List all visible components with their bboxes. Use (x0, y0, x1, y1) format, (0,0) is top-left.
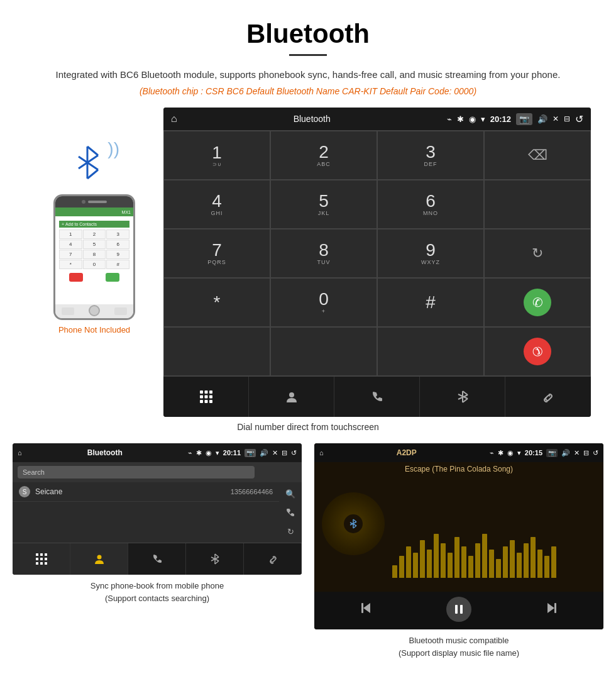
pb-screen-title: Bluetooth (26, 448, 184, 457)
pb-split-icon[interactable]: ⊟ (282, 449, 287, 457)
prev-track-button[interactable] (358, 600, 373, 619)
phonebook-panel: ⌂ Bluetooth ⌁ ✱ ◉ ▾ 20:11 📷 🔊 ✕ ⊟ ↺ Sear… (13, 443, 302, 659)
pb-nav-link[interactable] (244, 543, 302, 575)
call-button-green[interactable]: ✆ (524, 289, 551, 316)
camera-icon[interactable]: 📷 (516, 113, 532, 125)
viz-bar (454, 537, 459, 578)
dial-call-green-cell[interactable]: ✆ (484, 278, 591, 327)
pb-contact-row[interactable]: S Seicane 13566664466 (13, 482, 279, 502)
phonebook-caption-text: Sync phone-book from mobile phone(Suppor… (91, 581, 224, 603)
music-split-icon[interactable]: ⊟ (583, 449, 589, 457)
phone-status-text: MX1 (122, 210, 131, 214)
split-icon[interactable]: ⊟ (564, 114, 570, 123)
dial-backspace-cell[interactable]: ⌫ (484, 131, 591, 180)
phone-key-8[interactable]: 8 (83, 250, 106, 259)
dial-key-hash[interactable]: # (377, 278, 484, 327)
dial-call-red-cell[interactable]: ✆ (484, 327, 591, 376)
nav-phone-button[interactable] (334, 377, 420, 417)
title-underline (289, 54, 327, 56)
location-status-icon: ◉ (469, 114, 476, 124)
svg-point-29 (97, 555, 101, 560)
pb-home-icon[interactable]: ⌂ (18, 449, 22, 456)
phone-screen: +Add to Contacts 1 2 3 4 5 6 7 8 9 * 0 # (55, 216, 133, 304)
phone-add-contact: +Add to Contacts (59, 221, 129, 228)
dial-num-1: 1 (212, 144, 222, 162)
usb-icon: ⌁ (447, 114, 452, 124)
phone-key-hash[interactable]: # (106, 260, 129, 269)
pb-vol-icon[interactable]: 🔊 (260, 449, 268, 457)
back-icon[interactable]: ↺ (575, 113, 583, 125)
dial-key-8[interactable]: 8 TUV (270, 229, 377, 278)
phone-key-5[interactable]: 5 (83, 240, 106, 249)
pb-nav-keypad[interactable] (13, 543, 70, 575)
nav-contacts-button[interactable] (249, 377, 334, 417)
play-pause-button[interactable] (446, 597, 471, 622)
dial-key-4[interactable]: 4 GHI (163, 180, 270, 229)
svg-rect-9 (204, 396, 207, 399)
dial-key-3[interactable]: 3 DEF (377, 131, 484, 180)
svg-rect-28 (45, 562, 47, 565)
phone-key-7[interactable]: 7 (59, 250, 82, 259)
pb-nav-bluetooth[interactable] (186, 543, 244, 575)
phone-key-4[interactable]: 4 (59, 240, 82, 249)
svg-rect-27 (40, 562, 43, 565)
pb-camera-icon[interactable]: 📷 (245, 449, 256, 457)
dial-key-6[interactable]: 6 MNO (377, 180, 484, 229)
viz-bar (496, 559, 501, 578)
home-icon[interactable]: ⌂ (171, 113, 177, 124)
pb-phone-side-icon[interactable] (282, 504, 299, 521)
phone-back-button[interactable] (62, 307, 74, 315)
pb-time: 20:11 (223, 449, 241, 456)
dial-key-star[interactable]: * (163, 278, 270, 327)
close-icon[interactable]: ✕ (553, 114, 559, 123)
phone-end-call-button[interactable] (69, 273, 83, 282)
phone-top-bar (55, 196, 133, 207)
nav-link-button[interactable] (505, 377, 591, 417)
pb-refresh-icon[interactable]: ↻ (282, 523, 299, 540)
dial-num-4: 4 (212, 192, 222, 210)
phone-key-9[interactable]: 9 (106, 250, 129, 259)
dial-key-0[interactable]: 0 + (270, 278, 377, 327)
phone-key-3[interactable]: 3 (106, 230, 129, 239)
dial-caption: Dial number direct from touchscreen (0, 422, 616, 432)
pb-close-icon[interactable]: ✕ (272, 449, 278, 457)
music-back-icon[interactable]: ↺ (593, 449, 598, 457)
phone-call-button[interactable] (106, 273, 119, 282)
dial-key-2[interactable]: 2 ABC (270, 131, 377, 180)
dial-sub-4: GHI (211, 210, 223, 216)
contact-name: Seicane (35, 487, 226, 496)
pb-back-icon[interactable]: ↺ (291, 449, 297, 457)
volume-icon[interactable]: 🔊 (537, 114, 547, 124)
pb-nav-phone[interactable] (128, 543, 186, 575)
music-status-bar: ⌂ A2DP ⌁ ✱ ◉ ▾ 20:15 📷 🔊 ✕ ⊟ ↺ (314, 443, 603, 462)
phone-key-0[interactable]: 0 (83, 260, 106, 269)
end-call-button[interactable]: ✆ (518, 332, 557, 371)
phone-key-6[interactable]: 6 (106, 240, 129, 249)
phone-key-star[interactable]: * (59, 260, 82, 269)
dial-key-1[interactable]: 1 ⊃∪ (163, 131, 270, 180)
dial-refresh-cell[interactable]: ↻ (484, 229, 591, 278)
dial-key-7[interactable]: 7 PQRS (163, 229, 270, 278)
phone-menu-button[interactable] (114, 307, 127, 315)
viz-bar (510, 540, 515, 578)
pb-search-icon[interactable]: 🔍 (282, 485, 299, 502)
music-vol-icon[interactable]: 🔊 (561, 449, 570, 457)
bluetooth-status-icon: ✱ (457, 114, 464, 124)
music-close-icon[interactable]: ✕ (574, 449, 580, 457)
pb-search-field[interactable]: Search (18, 466, 255, 479)
contact-number: 13566664466 (231, 488, 273, 495)
phone-key-2[interactable]: 2 (83, 230, 106, 239)
music-home-icon[interactable]: ⌂ (319, 449, 324, 456)
dial-key-5[interactable]: 5 JKL (270, 180, 377, 229)
pb-nav-contacts[interactable] (70, 543, 128, 575)
phone-key-1[interactable]: 1 (59, 230, 82, 239)
nav-keypad-button[interactable] (163, 377, 249, 417)
svg-rect-25 (45, 558, 47, 560)
phone-home-button[interactable] (89, 305, 100, 316)
viz-bar (413, 553, 418, 578)
music-camera-icon[interactable]: 📷 (546, 449, 558, 457)
next-track-button[interactable] (544, 600, 559, 619)
dial-key-9[interactable]: 9 WXYZ (377, 229, 484, 278)
nav-bluetooth-button[interactable] (420, 377, 505, 417)
dial-sub-3: DEF (424, 161, 437, 167)
